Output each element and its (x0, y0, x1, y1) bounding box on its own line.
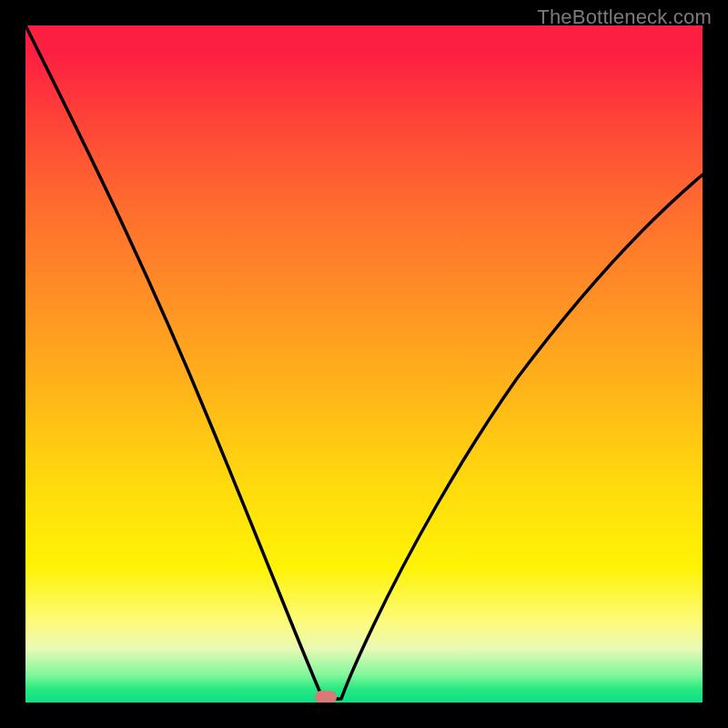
plot-area (25, 25, 703, 703)
watermark-label: TheBottleneck.com (537, 5, 712, 29)
chart-container: TheBottleneck.com (0, 0, 728, 728)
minimum-marker-icon (315, 691, 337, 703)
bottleneck-curve (25, 25, 703, 703)
curve-path (25, 25, 703, 699)
